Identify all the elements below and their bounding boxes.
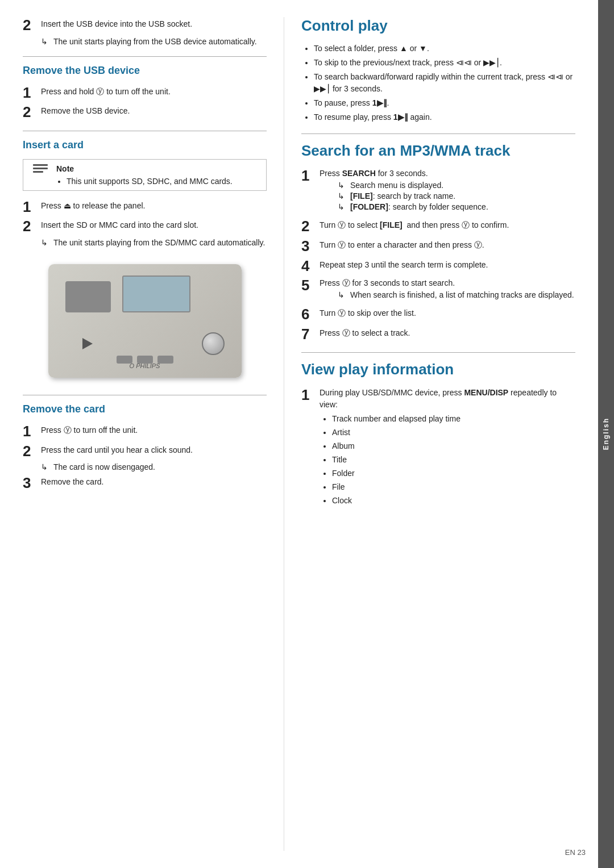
search-step6-num: 6 [301,306,320,323]
view-play-item-3: Album [332,440,575,452]
search-step1: 1 Press SEARCH for 3 seconds. Search men… [301,168,575,215]
device-screen [122,276,190,312]
note-icon-lines [33,164,48,173]
insert-card-step2: 2 Insert the SD or MMC card into the car… [23,218,267,235]
search-step6-text: Turn ⓨ to skip over the list. [320,306,575,319]
view-play-item-7: Clock [332,495,575,507]
insert-card-step2-text: Insert the SD or MMC card into the card … [41,218,267,231]
search-step4-text: Repeat step 3 until the search term is c… [320,258,575,271]
view-play-heading: View play information [301,361,575,378]
note-box: Note This unit supports SD, SDHC, and MM… [23,159,267,191]
page-number: EN 23 [565,848,586,857]
control-play-item-4: To pause, press 1▶‖. [314,97,575,109]
insert-card-step1: 1 Press ⏏ to release the panel. [23,199,267,215]
search-step7: 7 Press ⓨ to select a track. [301,326,575,343]
search-section: Search for an MP3/WMA track 1 Press SEAR… [301,142,575,342]
search-step1-subs: Search menu is displayed. [FILE]: search… [338,181,575,211]
view-play-step1-num: 1 [301,387,320,403]
search-step1-sub1-text: Search menu is displayed. [350,181,443,190]
view-play-item-4: Title [332,454,575,466]
divider-remove-usb [23,56,267,57]
right-column: Control play To select a folder, press ▲… [284,17,598,851]
remove-usb-step2-num: 2 [23,104,41,120]
search-step3: 3 Turn ⓨ to enter a character and then p… [301,238,575,254]
note-label: Note [56,164,74,173]
remove-card-step2-arrow: The card is now disengaged. [41,462,267,471]
insert-card-step2-num: 2 [23,218,41,235]
note-header: Note [56,164,259,173]
search-step1-sub2-text: [FILE]: search by track name. [350,191,455,201]
control-play-heading: Control play [301,17,575,35]
view-play-step1-content: During play USB/SD/MMC device, press MEN… [320,387,575,511]
remove-usb-step1-text: Press and hold ⓨ to turn off the unit. [41,85,267,98]
side-tab-label: English [602,418,610,450]
search-step7-num: 7 [301,326,320,343]
note-line-3 [33,171,43,173]
usb-step2-sub-text: The unit starts playing from the USB dev… [53,37,257,46]
insert-card-step2-sub: The unit starts playing from the SD/MMC … [41,238,267,247]
search-step1-sub3-text: [FOLDER]: search by folder sequence. [350,202,488,211]
remove-usb-heading: Remove the USB device [23,65,267,79]
divider-insert-card [23,131,267,131]
search-step2-num: 2 [301,218,320,235]
remove-card-step1-num: 1 [23,423,41,440]
control-play-section: Control play To select a folder, press ▲… [301,17,575,123]
search-step1-sub2: [FILE]: search by track name. [338,191,575,201]
note-line-2 [33,168,48,169]
device-knob [202,332,225,355]
insert-card-step1-num: 1 [23,199,41,215]
control-play-item-3: To search backward/forward rapidly withi… [314,71,575,95]
search-step5-arrow: When search is finished, a list of match… [338,290,575,299]
search-step3-num: 3 [301,238,320,254]
remove-card-step2-text: Press the card until you hear a click so… [41,443,267,456]
usb-step2: 2 Insert the USB device into the USB soc… [23,17,267,34]
search-step4: 4 Repeat step 3 until the search term is… [301,258,575,274]
note-line-1 [33,164,48,166]
divider-view-play [301,352,575,353]
search-step5: 5 Press ⓨ for 3 seconds to start search.… [301,277,575,303]
insert-card-heading: Insert a card [23,139,267,153]
search-step1-text: Press SEARCH for 3 seconds. [320,168,428,178]
device-image: O PHILIPS [48,264,242,378]
usb-step2-arrow: The unit starts playing from the USB dev… [41,37,267,46]
remove-card-step3: 3 Remove the card. [23,475,267,491]
search-step1-sub1: Search menu is displayed. [338,181,575,190]
insert-card-step2-sub-text: The unit starts playing from the SD/MMC … [53,238,265,247]
step-text-usb2: Insert the USB device into the USB socke… [41,17,267,30]
remove-usb-step2: 2 Remove the USB device. [23,104,267,120]
remove-card-step2-num: 2 [23,443,41,460]
view-play-step1: 1 During play USB/SD/MMC device, press M… [301,387,575,511]
note-icon [30,164,51,173]
search-step4-num: 4 [301,258,320,274]
insert-card-step2-arrow: The unit starts playing from the SD/MMC … [41,238,267,247]
view-play-sub-list: Track number and elapsed play time Artis… [320,413,575,507]
usb-step2-sub: The unit starts playing from the USB dev… [41,37,267,46]
page-footer: EN 23 [565,848,586,857]
note-content: Note This unit supports SD, SDHC, and MM… [56,164,259,186]
insert-card-section: Insert a card Note [23,139,267,247]
search-heading: Search for an MP3/WMA track [301,142,575,160]
note-bullet-item: This unit supports SD, SDHC, and MMC car… [67,177,259,186]
search-step7-text: Press ⓨ to select a track. [320,326,575,339]
control-play-item-5: To resume play, press 1▶‖ again. [314,111,575,123]
remove-card-step3-num: 3 [23,475,41,491]
view-play-item-2: Artist [332,427,575,439]
left-column: 2 Insert the USB device into the USB soc… [0,17,284,851]
search-step5-text: Press ⓨ for 3 seconds to start search. [320,277,455,287]
remove-card-step2: 2 Press the card until you hear a click … [23,443,267,460]
view-play-item-1: Track number and elapsed play time [332,413,575,425]
note-bullet-list: This unit supports SD, SDHC, and MMC car… [56,177,259,186]
remove-usb-step1: 1 Press and hold ⓨ to turn off the unit. [23,85,267,101]
view-play-item-6: File [332,481,575,493]
view-play-item-5: Folder [332,468,575,479]
step-num-usb2: 2 [23,17,41,34]
device-brand-label: O PHILIPS [130,362,160,369]
remove-usb-step2-text: Remove the USB device. [41,104,267,117]
remove-card-section: Remove the card 1 Press ⓨ to turn off th… [23,403,267,491]
search-step1-num: 1 [301,168,320,184]
search-step5-num: 5 [301,277,320,294]
search-step1-sub3: [FOLDER]: search by folder sequence. [338,202,575,211]
remove-card-step1-text: Press ⓨ to turn off the unit. [41,423,267,436]
search-step1-content: Press SEARCH for 3 seconds. Search menu … [320,168,575,215]
control-play-item-2: To skip to the previous/next track, pres… [314,57,575,69]
